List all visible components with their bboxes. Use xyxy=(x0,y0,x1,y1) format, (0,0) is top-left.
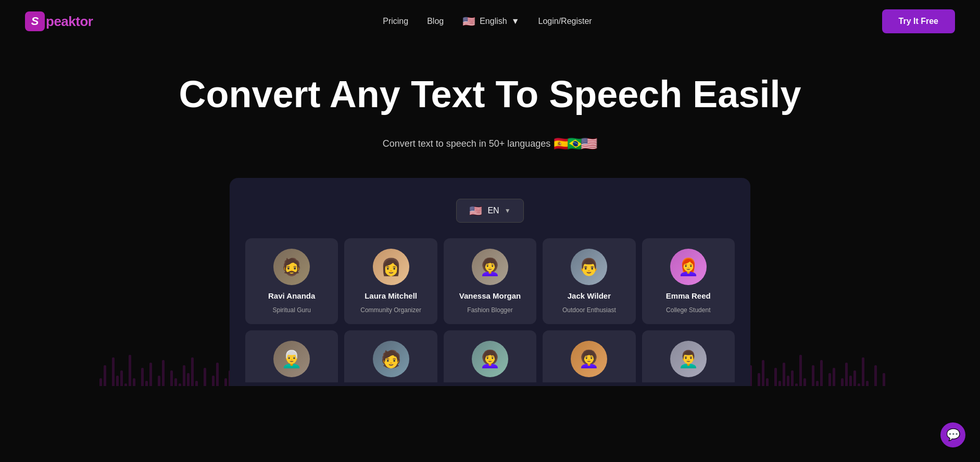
voice-name: Jack Wilder xyxy=(568,291,611,300)
voice-role: Fashion Blogger xyxy=(467,306,512,314)
voices-grid-row2: 👨‍🦳 🧑 👩‍🦱 👩‍🦱 👨‍🦱 xyxy=(245,330,735,382)
chat-bubble-button[interactable]: 💬 xyxy=(940,422,965,447)
hero-title: Convert Any Text To Speech Easily xyxy=(178,74,802,115)
voice-card-partial-2[interactable]: 👩‍🦱 xyxy=(444,330,536,382)
nav-pricing[interactable]: Pricing xyxy=(383,17,408,26)
hero-section: Convert Any Text To Speech Easily Conver… xyxy=(0,43,980,152)
chevron-down-icon: ▼ xyxy=(511,17,520,26)
voice-card-partial-4[interactable]: 👨‍🦱 xyxy=(642,330,735,382)
logo[interactable]: S peaktor xyxy=(25,11,93,31)
panel-chevron-icon: ▼ xyxy=(505,207,511,214)
voice-role: Spiritual Guru xyxy=(273,306,311,314)
language-label: English xyxy=(480,17,507,26)
chat-icon: 💬 xyxy=(946,428,960,442)
hero-subtitle: Convert text to speech in 50+ languages … xyxy=(10,136,970,152)
voice-card-partial-1[interactable]: 🧑 xyxy=(344,330,437,382)
nav-language[interactable]: 🇺🇸 English ▼ xyxy=(462,15,519,28)
nav-login[interactable]: Login/Register xyxy=(538,17,592,26)
nav-blog[interactable]: Blog xyxy=(427,17,444,26)
voice-card-vanessa-morgan[interactable]: 👩‍🦱 Vanessa Morgan Fashion Blogger xyxy=(444,238,536,324)
avatar: 👨‍🦳 xyxy=(273,341,310,377)
avatar: 🧑 xyxy=(373,341,409,377)
avatar: 👩‍🦱 xyxy=(472,249,508,285)
waveform-section: 🇺🇸 EN ▼ 🧔 Ravi Ananda Spiritual Guru 👩 L… xyxy=(0,178,980,386)
voice-name: Ravi Ananda xyxy=(268,291,315,300)
voices-grid-row1: 🧔 Ravi Ananda Spiritual Guru 👩 Laura Mit… xyxy=(245,238,735,324)
avatar: 👩‍🦰 xyxy=(670,249,707,285)
logo-icon: S xyxy=(25,11,45,31)
avatar: 👩‍🦱 xyxy=(571,341,607,377)
voice-card-jack-wilder[interactable]: 👨 Jack Wilder Outdoor Enthusiast xyxy=(543,238,635,324)
panel-lang-code: EN xyxy=(487,206,499,215)
lang-selector: 🇺🇸 EN ▼ xyxy=(245,199,735,223)
avatar: 👨‍🦱 xyxy=(670,341,707,377)
voice-card-emma-reed[interactable]: 👩‍🦰 Emma Reed College Student xyxy=(642,238,735,324)
try-free-button[interactable]: Try It Free xyxy=(882,9,955,33)
voice-role: Community Organizer xyxy=(360,306,421,314)
avatar: 👨 xyxy=(571,249,607,285)
avatar: 👩‍🦱 xyxy=(472,341,508,377)
navbar: S peaktor Pricing Blog 🇺🇸 English ▼ Logi… xyxy=(0,0,980,43)
panel-flag-icon: 🇺🇸 xyxy=(469,204,482,217)
panel-lang-button[interactable]: 🇺🇸 EN ▼ xyxy=(456,199,523,223)
nav-links: Pricing Blog 🇺🇸 English ▼ Login/Register xyxy=(383,15,592,28)
avatar: 🧔 xyxy=(273,249,310,285)
voice-card-partial-0[interactable]: 👨‍🦳 xyxy=(245,330,338,382)
avatar: 👩 xyxy=(373,249,409,285)
voice-name: Emma Reed xyxy=(666,291,711,300)
voice-card-partial-3[interactable]: 👩‍🦱 xyxy=(543,330,635,382)
flag-us-icon: 🇺🇸 xyxy=(581,136,597,152)
voice-panel: 🇺🇸 EN ▼ 🧔 Ravi Ananda Spiritual Guru 👩 L… xyxy=(230,178,750,386)
voice-role: College Student xyxy=(666,306,710,314)
language-flags: 🇪🇸 🇧🇷 🇺🇸 xyxy=(557,136,597,152)
voice-name: Laura Mitchell xyxy=(365,291,417,300)
voice-card-ravi-ananda[interactable]: 🧔 Ravi Ananda Spiritual Guru xyxy=(245,238,338,324)
us-flag-icon: 🇺🇸 xyxy=(462,15,475,28)
voice-card-laura-mitchell[interactable]: 👩 Laura Mitchell Community Organizer xyxy=(344,238,437,324)
voice-role: Outdoor Enthusiast xyxy=(562,306,616,314)
logo-text: peaktor xyxy=(46,14,93,30)
voice-name: Vanessa Morgan xyxy=(459,291,521,300)
